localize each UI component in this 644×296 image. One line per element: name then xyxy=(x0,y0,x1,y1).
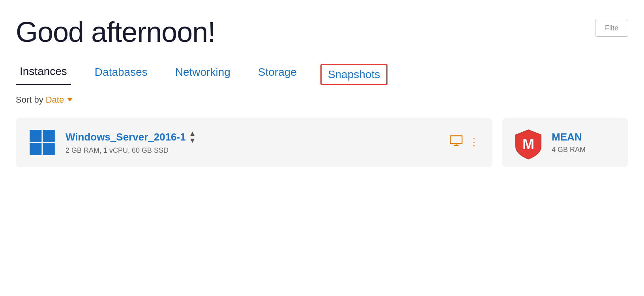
instance-card-windows: Windows_Server_2016-1 ▲ ▼ 2 GB RAM, 1 vC… xyxy=(16,118,492,167)
page-greeting: Good afternoon! xyxy=(16,16,215,48)
windows-instance-info: Windows_Server_2016-1 ▲ ▼ 2 GB RAM, 1 vC… xyxy=(66,130,440,155)
instance-card-mean: M MEAN 4 GB RAM xyxy=(502,118,628,167)
windows-instance-specs: 2 GB RAM, 1 vCPU, 60 GB SSD xyxy=(66,146,440,155)
tabs-nav: Instances Databases Networking Storage S… xyxy=(16,64,628,85)
tab-databases[interactable]: Databases xyxy=(91,66,152,85)
mean-instance-info: MEAN 4 GB RAM xyxy=(552,131,616,154)
instance-name-arrows: ▲ ▼ xyxy=(189,130,196,144)
windows-instance-name: Windows_Server_2016-1 ▲ ▼ xyxy=(66,130,440,144)
tab-instances[interactable]: Instances xyxy=(16,65,71,85)
sort-row: Sort by Date xyxy=(16,95,628,105)
svg-text:M: M xyxy=(522,136,534,152)
instances-grid: Windows_Server_2016-1 ▲ ▼ 2 GB RAM, 1 vC… xyxy=(16,118,628,167)
filter-button[interactable]: Filte xyxy=(595,20,628,37)
mean-instance-specs: 4 GB RAM xyxy=(552,146,616,154)
sort-label: Sort by xyxy=(16,95,43,105)
svg-rect-3 xyxy=(43,143,55,155)
windows-instance-actions: ⋮ xyxy=(450,135,480,149)
mean-instance-name: MEAN xyxy=(552,131,616,143)
windows-logo-icon xyxy=(28,129,56,156)
svg-rect-0 xyxy=(30,130,41,142)
svg-rect-2 xyxy=(30,143,41,155)
svg-rect-1 xyxy=(43,130,55,142)
tab-networking[interactable]: Networking xyxy=(171,66,234,85)
instance-menu-button[interactable]: ⋮ xyxy=(469,136,480,148)
tab-snapshots[interactable]: Snapshots xyxy=(320,64,388,85)
svg-rect-4 xyxy=(450,136,462,144)
monitor-icon[interactable] xyxy=(450,135,462,149)
tab-storage[interactable]: Storage xyxy=(254,66,301,85)
mean-logo-icon: M xyxy=(515,129,542,156)
sort-chevron-icon xyxy=(67,98,73,101)
sort-value-button[interactable]: Date xyxy=(46,95,73,105)
